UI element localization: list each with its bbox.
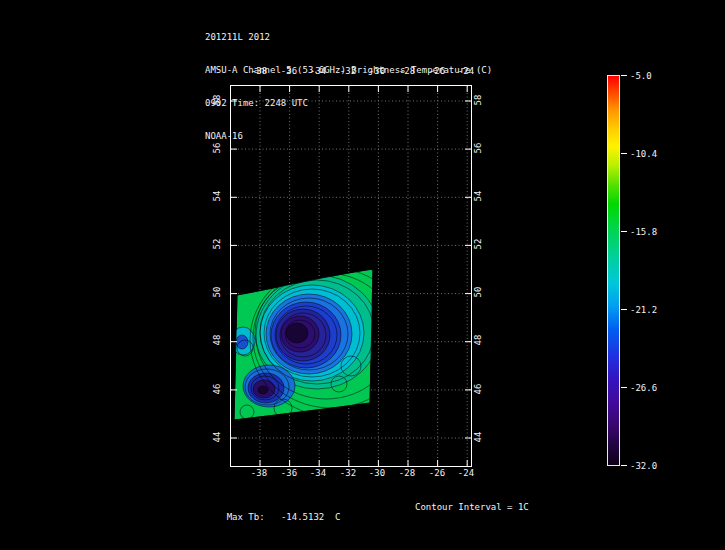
y-tick-label-right: 48 [473, 335, 483, 346]
x-tick-label-bottom: -34 [310, 468, 326, 478]
x-tick-label-top: -36 [281, 66, 297, 76]
x-tick-label-top: -24 [458, 66, 474, 76]
x-tick-label-bottom: -28 [399, 468, 415, 478]
max-tb-unit: C [335, 512, 340, 522]
x-tick-label-top: -26 [429, 66, 445, 76]
amsu-brightness-temp-plot-page: 201211L 2012 AMSU-A Channel 5 (53.6GHz) … [0, 0, 725, 550]
y-tick-label-left: 50 [212, 287, 222, 298]
colorbar-label: -21.2 [630, 305, 657, 315]
spacer [324, 512, 335, 522]
x-tick-label-bottom: -30 [369, 468, 385, 478]
y-tick-label-left: 48 [212, 335, 222, 346]
y-tick-label-left: 54 [212, 191, 222, 202]
colorbar-tick [621, 465, 627, 466]
y-tick-label-left: 56 [212, 143, 222, 154]
y-tick-label-right: 54 [473, 191, 483, 202]
y-tick-label-right: 46 [473, 384, 483, 395]
y-tick-label-left: 44 [212, 432, 222, 443]
colorbar-tick [621, 75, 627, 76]
y-tick-label-right: 52 [473, 239, 483, 250]
contour-interval-note: Contour Interval = 1C [415, 502, 529, 512]
spacer [265, 512, 281, 522]
x-tick-label-top: -38 [251, 66, 267, 76]
colorbar [607, 75, 620, 466]
colorbar-tick [621, 309, 627, 310]
plot-frame [230, 85, 472, 467]
x-tick-label-top: -30 [369, 66, 385, 76]
colorbar-tick [621, 387, 627, 388]
y-tick-label-right: 44 [473, 432, 483, 443]
colorbar-label: -32.0 [630, 461, 657, 471]
max-tb-readout: Max Tb: -14.5132 C [205, 502, 341, 532]
x-tick-label-top: -32 [340, 66, 356, 76]
colorbar-label: -26.6 [630, 383, 657, 393]
x-tick-label-bottom: -26 [429, 468, 445, 478]
x-tick-label-top: -34 [310, 66, 326, 76]
y-tick-label-right: 56 [473, 143, 483, 154]
colorbar-label: -5.0 [630, 71, 652, 81]
y-tick-label-left: 58 [212, 95, 222, 106]
colorbar-label: -15.8 [630, 227, 657, 237]
x-tick-label-bottom: -38 [251, 468, 267, 478]
colorbar-label: -10.4 [630, 149, 657, 159]
storm-id: 201211L 2012 [205, 32, 492, 43]
x-tick-label-bottom: -32 [340, 468, 356, 478]
x-tick-label-top: -28 [399, 66, 415, 76]
x-tick-label-bottom: -36 [281, 468, 297, 478]
y-tick-label-left: 46 [212, 384, 222, 395]
colorbar-tick [621, 231, 627, 232]
y-tick-label-left: 52 [212, 239, 222, 250]
plot-svg [231, 86, 471, 466]
max-tb-value: -14.5132 [281, 512, 324, 522]
y-tick-label-right: 50 [473, 287, 483, 298]
y-tick-label-right: 58 [473, 95, 483, 106]
colorbar-tick [621, 153, 627, 154]
contour-field [231, 263, 422, 420]
max-tb-label: Max Tb: [227, 512, 265, 522]
x-tick-label-bottom: -24 [458, 468, 474, 478]
